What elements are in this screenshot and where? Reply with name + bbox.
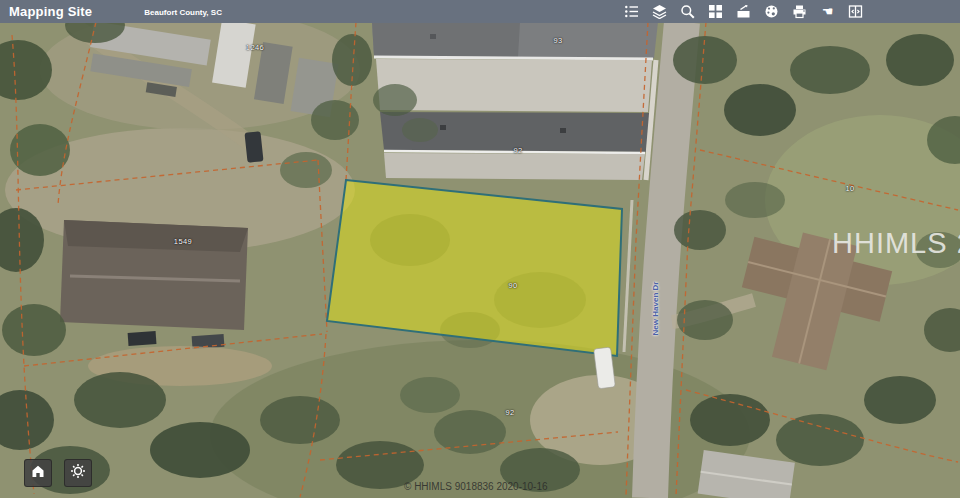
measure-icon[interactable] — [735, 3, 752, 20]
street-name-label: New Haven Dr — [651, 263, 660, 355]
basemap-gallery-icon[interactable] — [707, 3, 724, 20]
parcel-number-label: 90 — [508, 281, 517, 290]
home-icon — [30, 463, 46, 483]
gear-button[interactable] — [64, 459, 92, 487]
parcel-number-label: 93 — [553, 36, 562, 45]
search-icon[interactable] — [679, 3, 696, 20]
app-header: Mapping Site Beaufort County, SC — [0, 0, 960, 23]
layers-icon[interactable] — [651, 3, 668, 20]
parcel-number-label: 1246 — [246, 43, 264, 52]
draw-icon[interactable] — [763, 3, 780, 20]
parcel-number-label: 92 — [505, 408, 514, 417]
legend-icon[interactable] — [623, 3, 640, 20]
gear-icon — [70, 463, 86, 483]
print-icon[interactable] — [791, 3, 808, 20]
share-icon[interactable]: ☚ — [819, 3, 836, 20]
map-toolbar: ☚ — [623, 0, 864, 23]
map-corner-buttons — [24, 459, 92, 487]
county-subtitle: Beaufort County, SC — [144, 8, 222, 17]
app-title: Mapping Site — [9, 4, 92, 19]
mls-watermark: HHIMLS 202 — [832, 227, 960, 260]
aerial-imagery — [0, 0, 960, 498]
map-canvas[interactable]: New Haven Dr 124693929092154910 HHIMLS 2… — [0, 0, 960, 498]
parcel-number-label: 10 — [845, 184, 854, 193]
panel-toggle-icon[interactable] — [847, 3, 864, 20]
parcel-number-label: 92 — [513, 146, 522, 155]
home-button[interactable] — [24, 459, 52, 487]
parcel-number-label: 1549 — [174, 237, 192, 246]
mls-copyright-text: © HHIMLS 9018836 2020-10-16 — [404, 481, 548, 492]
mapping-site-app: New Haven Dr 124693929092154910 HHIMLS 2… — [0, 0, 960, 498]
